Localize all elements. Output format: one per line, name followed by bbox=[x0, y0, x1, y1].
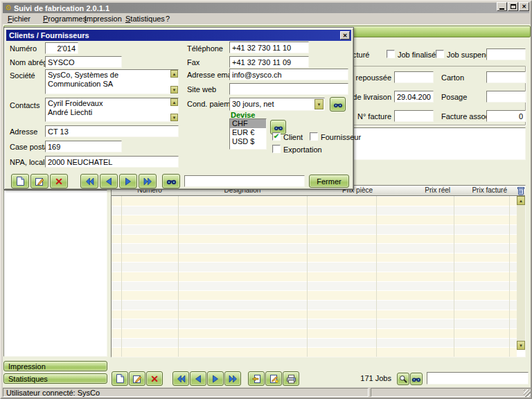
export-job-button[interactable] bbox=[248, 371, 265, 386]
table-row[interactable] bbox=[112, 328, 517, 338]
dialog-last-button[interactable] bbox=[139, 174, 157, 188]
site-web-field[interactable] bbox=[229, 83, 348, 95]
table-row[interactable] bbox=[112, 206, 517, 215]
table-scrollbar[interactable]: ▲ ▼ bbox=[517, 196, 525, 357]
search-jobs-button[interactable] bbox=[410, 373, 423, 385]
status-user-panel: Utilisateur connecté: SysCo bbox=[3, 388, 369, 397]
nom-abrege-field[interactable] bbox=[45, 56, 122, 68]
previous-record-button[interactable] bbox=[190, 371, 206, 386]
contacts-field[interactable]: Cyril Froidevaux André Liechti bbox=[45, 98, 179, 122]
next-record-button[interactable] bbox=[207, 371, 224, 386]
sidebar-item-impression[interactable]: Impression bbox=[3, 361, 107, 371]
date-livraison-field[interactable] bbox=[394, 91, 434, 103]
npa-localite-field[interactable] bbox=[45, 156, 179, 168]
report-job-button[interactable] bbox=[265, 371, 282, 386]
column-header-prix-facture[interactable]: Prix facturé bbox=[454, 186, 509, 195]
case-postale-field[interactable] bbox=[45, 141, 122, 152]
societe-scroll-up[interactable]: ▲ bbox=[170, 70, 178, 78]
table-row[interactable] bbox=[112, 300, 517, 310]
contacts-scroll-down[interactable]: ▼ bbox=[170, 114, 178, 121]
print-jobs-button[interactable] bbox=[283, 371, 299, 386]
fax-field[interactable] bbox=[229, 56, 309, 68]
job-suspendu-checkbox[interactable] bbox=[436, 50, 444, 58]
dialog-search-button[interactable] bbox=[162, 174, 180, 188]
dialog-search-input[interactable] bbox=[184, 175, 305, 187]
table-row[interactable] bbox=[112, 243, 517, 253]
delete-icon: ✕ bbox=[150, 374, 159, 384]
scroll-down-button[interactable]: ▼ bbox=[517, 341, 525, 350]
cond-paiement-select[interactable]: 30 jours, net ▼ bbox=[229, 98, 325, 111]
menu-help[interactable]: ? bbox=[166, 15, 178, 23]
resize-grip[interactable] bbox=[524, 389, 531, 397]
table-row[interactable] bbox=[112, 338, 517, 348]
table-row[interactable] bbox=[112, 262, 517, 272]
minimize-button[interactable] bbox=[497, 2, 507, 11]
table-row[interactable] bbox=[112, 215, 517, 224]
dialog-first-button[interactable] bbox=[80, 174, 98, 188]
devise-option-eur[interactable]: EUR € bbox=[230, 128, 266, 137]
devise-option-chf[interactable]: CHF bbox=[230, 119, 266, 128]
table-row[interactable] bbox=[112, 234, 517, 244]
scroll-up-button[interactable]: ▲ bbox=[517, 196, 525, 205]
job-finalise-checkbox[interactable] bbox=[387, 50, 395, 58]
left-list-panel[interactable] bbox=[3, 190, 107, 357]
table-row[interactable] bbox=[112, 196, 517, 206]
menu-statistiques[interactable]: Statistiques bbox=[125, 15, 166, 23]
maximize-button[interactable] bbox=[508, 2, 518, 11]
dialog-new-button[interactable] bbox=[11, 174, 29, 188]
cond-paiement-search-button[interactable] bbox=[330, 97, 346, 112]
devise-listbox[interactable]: CHF EUR € USD $ bbox=[229, 118, 267, 150]
menu-impression[interactable]: Impression bbox=[85, 15, 125, 23]
fournisseur-checkbox[interactable] bbox=[310, 132, 318, 141]
menu-fichier[interactable]: Fichier bbox=[8, 15, 43, 23]
societe-scroll-down[interactable]: ▼ bbox=[170, 86, 178, 94]
dialog-previous-button[interactable] bbox=[100, 174, 118, 188]
menu-programmes[interactable]: Programmes bbox=[43, 15, 85, 23]
table-row[interactable] bbox=[112, 347, 517, 357]
fermer-button[interactable]: Fermer bbox=[309, 175, 349, 188]
table-row[interactable] bbox=[112, 224, 517, 234]
dialog-titlebar[interactable]: Clients / Fournisseurs ✕ bbox=[6, 30, 351, 41]
table-row[interactable] bbox=[112, 281, 517, 291]
first-record-button[interactable] bbox=[172, 371, 189, 386]
livraison-repoussee-field[interactable] bbox=[394, 71, 434, 83]
facture-associee-field[interactable] bbox=[486, 110, 526, 122]
delete-job-button[interactable]: ✕ bbox=[146, 371, 163, 386]
contacts-scroll-up[interactable]: ▲ bbox=[170, 98, 178, 106]
numero-field[interactable] bbox=[45, 42, 78, 54]
devise-option-usd[interactable]: USD $ bbox=[230, 137, 266, 146]
table-row[interactable] bbox=[112, 253, 517, 263]
societe-field[interactable]: SysCo, Systèmes de Communication SA bbox=[45, 69, 179, 94]
adresse-label: Adresse bbox=[10, 127, 37, 136]
table-row[interactable] bbox=[112, 272, 517, 281]
binoculars-icon bbox=[166, 177, 177, 185]
carton-field[interactable] bbox=[486, 71, 526, 83]
last-record-button[interactable] bbox=[224, 371, 241, 386]
client-checkbox[interactable]: ✔ bbox=[272, 132, 281, 141]
edit-job-button[interactable] bbox=[129, 371, 145, 386]
filter-search-button[interactable] bbox=[397, 373, 409, 385]
dropdown-arrow-icon[interactable]: ▼ bbox=[314, 99, 323, 109]
close-button[interactable]: ✕ bbox=[519, 2, 529, 11]
dialog-edit-button[interactable] bbox=[30, 174, 48, 188]
new-job-button[interactable] bbox=[112, 371, 128, 386]
table-row[interactable] bbox=[112, 290, 517, 300]
email-field[interactable] bbox=[229, 69, 348, 80]
exportation-checkbox[interactable] bbox=[272, 145, 281, 153]
dialog-delete-button[interactable]: ✕ bbox=[50, 174, 68, 188]
numero-facture-field[interactable] bbox=[394, 110, 434, 122]
telephone-field[interactable] bbox=[229, 42, 309, 53]
dialog-next-button[interactable] bbox=[119, 174, 137, 188]
jobs-table: Numéro Désignation Prix pièce Prix réel … bbox=[111, 185, 526, 357]
jobs-search-input[interactable] bbox=[427, 372, 529, 384]
window-titlebar[interactable]: ⚙ Suivi de fabrication 2.0.1.1 bbox=[3, 3, 529, 13]
sidebar-item-statistiques[interactable]: Statistiques bbox=[3, 373, 107, 384]
job-status-field[interactable] bbox=[486, 48, 526, 60]
table-row[interactable] bbox=[112, 319, 517, 328]
column-header-prix-reel[interactable]: Prix réel bbox=[376, 186, 454, 195]
adresse-field[interactable] bbox=[45, 125, 179, 137]
posage-field[interactable] bbox=[486, 91, 526, 103]
table-row[interactable] bbox=[112, 310, 517, 319]
column-header-delete[interactable] bbox=[509, 186, 525, 195]
dialog-close-button[interactable]: ✕ bbox=[340, 31, 350, 39]
